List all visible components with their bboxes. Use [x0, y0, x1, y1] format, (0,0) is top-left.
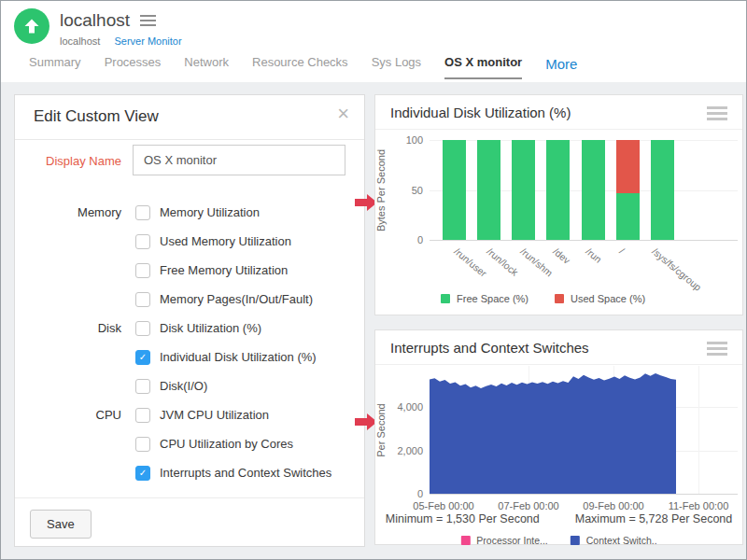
checkbox-used-memory-utilization[interactable] [135, 234, 150, 249]
legend-item: Processor Inte... [460, 535, 547, 546]
x-tick-label: /run [585, 245, 605, 265]
checkbox-label: Disk Utilization (%) [160, 321, 261, 335]
bar-/sys/fs/cgroup [651, 140, 674, 240]
panel-footer: Save [15, 497, 364, 547]
checkbox-label: Individual Disk Utilization (%) [160, 350, 317, 364]
disk-chart-bars [443, 140, 674, 240]
disk-chart-y-axis-label: Bytes Per Second [375, 148, 387, 231]
y-tick: 0 [417, 234, 423, 245]
checkbox-memory-pages-in-out-fault-[interactable] [135, 292, 150, 307]
checkbox-disk-i-o-[interactable] [135, 379, 150, 394]
up-arrow-icon [22, 17, 41, 35]
y-tick: 2,000 [397, 445, 423, 456]
disk-chart-x-labels: /run/user/run/lock/run/shm/dev/run//sys/… [443, 240, 674, 242]
breadcrumb-server-monitor-link[interactable]: Server Monitor [114, 35, 181, 47]
tab-more[interactable]: More [545, 55, 577, 72]
checkbox-memory-utilization[interactable] [135, 205, 150, 220]
tab-resource-checks[interactable]: Resource Checks [252, 55, 348, 77]
monitor-status-avatar [14, 8, 49, 44]
tab-os-x-monitor[interactable]: OS X monitor [444, 55, 522, 79]
legend-item: Context Switch.. [571, 535, 657, 546]
legend-swatch [460, 536, 470, 545]
display-name-input[interactable] [133, 145, 345, 175]
tab-processes[interactable]: Processes [105, 55, 162, 77]
interrupts-card: Interrupts and Context Switches Per Seco… [374, 329, 743, 545]
tab-network[interactable]: Network [184, 55, 229, 77]
interrupts-chart-title: Interrupts and Context Switches [390, 340, 589, 356]
y-tick: 4,000 [397, 401, 423, 413]
tab-summary[interactable]: Summary [29, 55, 81, 77]
legend-swatch [571, 536, 580, 545]
chart-menu-icon[interactable] [707, 342, 727, 358]
checkbox-jvm-cpu-utilization[interactable] [135, 408, 150, 423]
disk-chart-legend: Free Space (%)Used Space (%) [441, 293, 645, 304]
breadcrumb-host: localhost [60, 35, 100, 47]
group-label: CPU [15, 408, 121, 422]
disk-chart-header: Individual Disk Utilization (%) [375, 95, 742, 130]
checkbox-label: Disk(I/O) [160, 379, 207, 393]
close-icon[interactable]: × [337, 104, 349, 124]
bar-/dev [546, 140, 570, 240]
x-tick-label: 05-Feb 00:00 [413, 500, 473, 511]
display-name-label: Display Name [15, 154, 121, 168]
disk-utilization-card: Individual Disk Utilization (%) Bytes Pe… [374, 94, 743, 315]
x-tick-label: 11-Feb 00:00 [669, 500, 729, 511]
checkbox-label: Memory Pages(In/Out/Fault) [160, 292, 313, 306]
interrupts-summary: Minimum = 1,530 Per Second Maximum = 5,7… [375, 512, 742, 525]
panel-title: Edit Custom View [34, 107, 159, 126]
checkbox-label: CPU Utilization by Cores [160, 437, 293, 451]
checkbox-row: DiskDisk Utilization (%) [15, 314, 364, 343]
checkbox-disk-utilization-[interactable] [135, 321, 150, 336]
title-menu-icon[interactable] [140, 12, 156, 29]
x-tick-label: /run/user [452, 245, 488, 279]
checkbox-row: ✓Interrupts and Context Switches [15, 458, 364, 487]
checkbox-label: Used Memory Utilization [160, 234, 291, 248]
checkbox-cpu-utilization-by-cores[interactable] [135, 437, 150, 452]
interrupts-chart-plot: Per Second 4,0002,0000 05-Feb 00:0007-Fe… [430, 366, 738, 495]
app-window: localhost localhost Server Monitor Summa… [0, 0, 747, 560]
bar-/run/user [443, 140, 466, 240]
bar-/ [616, 140, 640, 240]
checkbox-label: Free Memory Utilization [160, 263, 288, 277]
checkbox-label: Memory Utilization [160, 205, 260, 219]
checkbox-interrupts-and-context-switches[interactable]: ✓ [135, 466, 150, 481]
edit-custom-view-panel: Edit Custom View × Display Name MemoryMe… [14, 94, 365, 547]
page-title: localhost [60, 10, 130, 31]
legend-swatch [555, 294, 564, 303]
group-label: Disk [15, 321, 121, 335]
checkbox-row: ✓Individual Disk Utilization (%) [15, 343, 364, 371]
bar-/run/shm [512, 140, 535, 240]
x-tick-label: /dev [551, 245, 572, 266]
tab-sys-logs[interactable]: Sys Logs [372, 55, 421, 77]
interrupts-chart-header: Interrupts and Context Switches [375, 330, 742, 365]
interrupts-chart-legend: Processor Inte...Context Switch.. [460, 535, 656, 546]
tab-bar: SummaryProcessesNetworkResource ChecksSy… [29, 55, 577, 79]
bar-/run/lock [477, 140, 500, 240]
x-tick-label: /run/lock [485, 245, 520, 278]
checkbox-row: Free Memory Utilization [15, 256, 364, 285]
checkbox-row: Disk(I/O) [15, 371, 364, 400]
group-label: Memory [15, 205, 121, 219]
checkbox-label: JVM CPU Utilization [160, 408, 269, 422]
save-button[interactable]: Save [30, 510, 92, 539]
checkbox-row: MemoryMemory Utilization [15, 198, 364, 227]
minimum-value: Minimum = 1,530 Per Second [386, 512, 540, 525]
interrupts-area-series [430, 366, 738, 494]
chart-menu-icon[interactable] [707, 106, 727, 123]
checkbox-individual-disk-utilization-[interactable]: ✓ [135, 350, 150, 365]
x-tick-label: 09-Feb 00:00 [583, 500, 643, 511]
y-tick: 0 [417, 488, 423, 499]
bar-/run [582, 140, 605, 240]
x-tick-label: /run/shm [518, 245, 555, 278]
y-tick: 50 [412, 185, 423, 196]
checkbox-list: MemoryMemory UtilizationUsed Memory Util… [15, 198, 364, 487]
checkbox-free-memory-utilization[interactable] [135, 263, 150, 278]
checkbox-row: CPUJVM CPU Utilization [15, 400, 364, 429]
checkbox-row: Memory Pages(In/Out/Fault) [15, 285, 364, 314]
checkbox-label: Interrupts and Context Switches [160, 466, 331, 480]
x-tick-label: / [617, 245, 627, 256]
maximum-value: Maximum = 5,728 Per Second [575, 512, 733, 525]
breadcrumb: localhost Server Monitor [60, 35, 182, 47]
x-tick-label: 07-Feb 00:00 [498, 500, 558, 511]
legend-swatch [441, 294, 450, 303]
